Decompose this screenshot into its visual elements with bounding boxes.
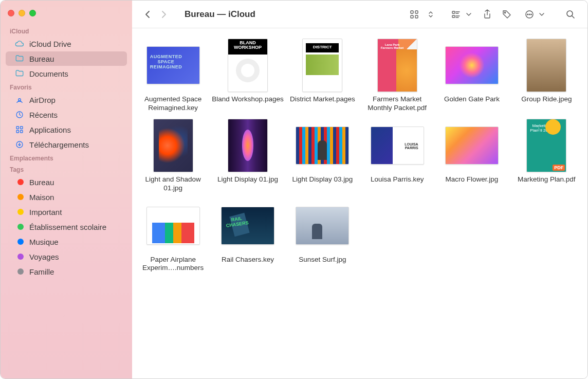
sidebar-item-applications[interactable]: Applications xyxy=(6,122,127,137)
svg-rect-8 xyxy=(415,11,418,13)
tag-dot-icon xyxy=(15,237,24,246)
share-button[interactable] xyxy=(480,8,495,21)
file-thumbnail xyxy=(146,119,200,172)
file-name-label: Group Ride.jpeg xyxy=(521,95,572,104)
sidebar-item-voyages[interactable]: Voyages xyxy=(6,249,127,264)
svg-rect-9 xyxy=(411,15,413,18)
file-item[interactable]: Light Display 01.jpg xyxy=(212,119,283,193)
minimize-window-button[interactable] xyxy=(19,10,25,16)
file-thumbnail xyxy=(221,119,274,172)
svg-point-17 xyxy=(504,12,505,13)
file-item[interactable]: Augmented Space Reimagined.key xyxy=(137,39,209,113)
sidebar-section-label: iCloud xyxy=(1,26,132,36)
forward-button[interactable] xyxy=(158,8,170,21)
sidebar-section-label: Favoris xyxy=(1,82,132,92)
chevron-down-icon[interactable] xyxy=(538,8,545,21)
tag-dot-icon xyxy=(15,267,24,276)
main-pane: Bureau — iCloud xyxy=(132,1,587,378)
sidebar-item-famille[interactable]: Famille xyxy=(6,264,127,279)
sidebar-item-récents[interactable]: Récents xyxy=(6,107,127,122)
sidebar-item-label: Famille xyxy=(29,267,54,276)
sidebar-item-documents[interactable]: Documents xyxy=(6,66,127,81)
file-item[interactable]: Macro Flower.jpg xyxy=(436,119,507,193)
sidebar-item-label: Bureau xyxy=(29,178,54,187)
sidebar-item-téléchargements[interactable]: Téléchargements xyxy=(6,137,127,152)
svg-rect-10 xyxy=(415,15,418,18)
tag-dot-icon xyxy=(15,252,24,261)
tag-dot-icon xyxy=(15,207,24,216)
file-item[interactable]: Group Ride.jpeg xyxy=(511,39,582,113)
file-item[interactable]: LOUISAPARRISLouisa Parris.key xyxy=(361,119,433,193)
close-window-button[interactable] xyxy=(8,10,14,16)
finder-window: iCloudiCloud DriveBureauDocumentsFavoris… xyxy=(0,0,588,379)
file-thumbnail xyxy=(221,199,274,252)
fullscreen-window-button[interactable] xyxy=(29,10,36,16)
file-item[interactable]: Lana ParkFarmers MarketFarmers Market Mo… xyxy=(361,39,433,113)
file-thumbnail: Lana ParkFarmers Market xyxy=(371,39,424,92)
file-name-label: Bland Workshop.pages xyxy=(212,95,283,104)
file-name-label: Golden Gate Park xyxy=(444,95,500,104)
file-grid-area: Augmented Space Reimagined.keyBLANDWORKS… xyxy=(132,28,587,378)
svg-rect-7 xyxy=(411,11,413,13)
file-name-label: Farmers Market Monthly Packet.pdf xyxy=(361,95,433,113)
sidebar-item-établissement-scolaire[interactable]: Établissement scolaire xyxy=(6,220,127,234)
file-item[interactable]: Light and Shadow 01.jpg xyxy=(137,119,209,193)
clock-icon xyxy=(15,110,24,119)
apps-icon xyxy=(15,125,24,134)
file-item[interactable]: Paper Airplane Experim….numbers xyxy=(137,199,209,273)
svg-point-21 xyxy=(531,14,532,15)
file-thumbnail xyxy=(146,199,200,252)
file-thumbnail: PDF xyxy=(520,119,573,172)
cloud-icon xyxy=(15,39,24,48)
sidebar-item-label: Maison xyxy=(29,193,54,202)
file-thumbnail: DISTRICT xyxy=(296,39,349,92)
window-title: Bureau — iCloud xyxy=(185,9,255,20)
file-thumbnail xyxy=(520,39,573,92)
file-item[interactable]: Golden Gate Park xyxy=(436,39,507,113)
sidebar-item-airdrop[interactable]: AirDrop xyxy=(6,93,127,107)
sidebar-item-important[interactable]: Important xyxy=(6,205,127,219)
window-controls xyxy=(1,6,132,25)
download-icon xyxy=(15,140,24,149)
tags-button[interactable] xyxy=(499,8,514,21)
file-item[interactable]: Rail Chasers.key xyxy=(212,199,283,273)
file-item[interactable]: PDFMarketing Plan.pdf xyxy=(511,119,582,193)
svg-line-23 xyxy=(572,16,574,18)
file-item[interactable]: DISTRICTDistrict Market.pages xyxy=(287,39,358,113)
svg-point-19 xyxy=(527,14,528,15)
sidebar-item-musique[interactable]: Musique xyxy=(6,234,127,249)
sidebar-item-maison[interactable]: Maison xyxy=(6,190,127,204)
toolbar: Bureau — iCloud xyxy=(132,1,587,28)
svg-rect-4 xyxy=(16,131,19,133)
sidebar-item-icloud-drive[interactable]: iCloud Drive xyxy=(6,37,127,51)
sidebar-item-bureau[interactable]: Bureau xyxy=(6,175,127,189)
search-button[interactable] xyxy=(563,8,578,21)
svg-point-20 xyxy=(529,14,530,15)
svg-point-22 xyxy=(567,11,573,16)
view-icon-grid-button[interactable] xyxy=(407,8,422,21)
back-button[interactable] xyxy=(141,8,154,21)
file-item[interactable]: Light Display 03.jpg xyxy=(287,119,358,193)
group-by-button[interactable] xyxy=(449,8,464,21)
folder-icon xyxy=(15,54,24,63)
chevron-down-icon[interactable] xyxy=(465,8,472,21)
file-name-label: Rail Chasers.key xyxy=(222,256,274,264)
file-item[interactable]: Sunset Surf.jpg xyxy=(287,199,358,273)
more-actions-button[interactable] xyxy=(522,8,537,21)
sidebar-item-label: Récents xyxy=(29,111,58,119)
file-name-label: Sunset Surf.jpg xyxy=(299,256,346,264)
sidebar-item-bureau[interactable]: Bureau xyxy=(6,51,127,66)
view-switcher-chevrons-icon[interactable] xyxy=(423,8,438,21)
file-name-label: Macro Flower.jpg xyxy=(446,175,499,184)
airdrop-icon xyxy=(15,95,24,104)
file-name-label: Light Display 03.jpg xyxy=(292,175,353,184)
file-thumbnail xyxy=(146,39,200,92)
sidebar-item-label: Important xyxy=(29,208,62,216)
sidebar-item-label: Téléchargements xyxy=(29,140,89,149)
sidebar-item-label: Bureau xyxy=(29,55,54,63)
svg-rect-14 xyxy=(452,15,455,17)
sidebar-item-label: Établissement scolaire xyxy=(29,223,106,231)
tag-dot-icon xyxy=(15,192,24,202)
file-item[interactable]: BLANDWORKSHOPBland Workshop.pages xyxy=(212,39,283,113)
sidebar-item-label: iCloud Drive xyxy=(29,40,71,48)
